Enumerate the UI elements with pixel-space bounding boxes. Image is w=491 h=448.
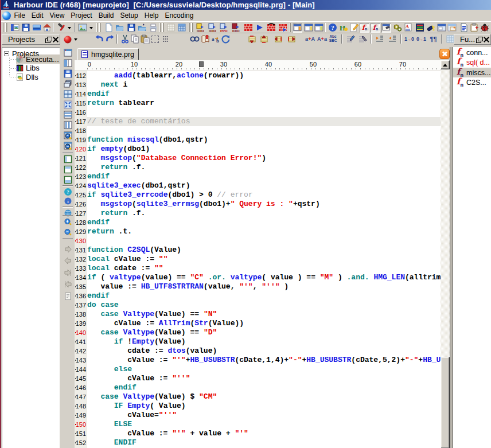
code-line-140[interactable]: 140 case Valtype(Value) == "D" <box>75 328 441 337</box>
code-line-141[interactable]: 141 if !Empty(Value) <box>75 337 441 346</box>
layers-icon[interactable] <box>63 79 72 88</box>
paste-icon[interactable] <box>140 34 150 44</box>
db-io-red-icon[interactable]: IOIO <box>231 23 241 33</box>
code-line-144[interactable]: 144 else <box>75 365 441 374</box>
debug-bug-icon[interactable] <box>480 23 489 33</box>
comment-icon[interactable] <box>345 34 355 44</box>
toolbar-grip[interactable] <box>189 23 193 32</box>
tab-hmgsqlite[interactable]: hmgsqlite.prg <box>77 48 139 60</box>
projects-tree-root[interactable]: Projects <box>4 49 39 58</box>
picture-icon[interactable] <box>77 23 87 33</box>
ruler-column-marker[interactable] <box>199 61 204 67</box>
doc-blue-icon[interactable] <box>459 23 469 33</box>
code-line-142[interactable]: 142 cdate := dtos(value) <box>75 346 441 356</box>
save-blue-icon[interactable] <box>63 69 72 78</box>
function-item-sqld[interactable]: fnsql( d... <box>453 58 491 68</box>
fn-proc-icon[interactable]: fn <box>371 23 380 33</box>
grid-table-icon[interactable] <box>63 89 72 99</box>
fn-list-icon[interactable]: fn <box>360 23 369 33</box>
cut-icon[interactable] <box>120 34 130 44</box>
code-line-148[interactable]: 148 IF Empty( Value) <box>75 402 441 411</box>
collapse-icon[interactable] <box>4 51 9 56</box>
dropdown-arrow-icon[interactable] <box>73 34 79 44</box>
editor-close-button[interactable] <box>439 49 450 59</box>
expand-blue-icon[interactable] <box>63 100 72 109</box>
function-item-c2s[interactable]: fnC2S... <box>453 78 491 88</box>
book-marks-icon[interactable] <box>200 34 210 44</box>
print-icon[interactable] <box>148 23 158 33</box>
code-line-149[interactable]: 149 cValue="''" <box>75 411 441 420</box>
code-line-115[interactable]: 115return tablearr <box>75 99 441 108</box>
code-line-132[interactable]: 132local cValue := "" <box>75 255 441 264</box>
code-line-112[interactable]: 112 aadd(tablearr,aclone(rowarr)) <box>75 71 441 80</box>
code-line-137[interactable]: 137do case <box>75 301 441 310</box>
find-replace-icon[interactable]: ab <box>211 34 220 44</box>
code-line-147[interactable]: 147 case Valtype(Value) $ "CM" <box>75 392 441 402</box>
square-empty-icon[interactable] <box>63 154 72 163</box>
harbour-help-icon[interactable]: H <box>338 23 348 33</box>
build-brick-icon[interactable] <box>243 23 253 33</box>
doc-small-icon[interactable] <box>63 291 72 301</box>
menu-build[interactable]: Build <box>95 10 117 21</box>
code-line-128[interactable]: 128endif <box>75 218 441 227</box>
para-marks-icon[interactable]: ¶¶ <box>428 34 438 44</box>
code-line-113[interactable]: 113 next i <box>75 80 441 89</box>
code-line-151[interactable]: 151 cValue := "'" + value + "'" <box>75 429 441 438</box>
form-window-icon[interactable] <box>63 48 72 57</box>
open-all-icon[interactable] <box>137 23 147 33</box>
tree-item-libs[interactable]: Libs <box>16 64 42 73</box>
square-half-icon[interactable] <box>63 165 72 174</box>
toolbar-grip[interactable] <box>159 23 163 32</box>
code-line-119[interactable]: 119function miscsql(dbo1,qstr) <box>75 135 441 145</box>
zoom-in-icon[interactable] <box>63 217 72 227</box>
case-lower-icon[interactable]: A+a <box>317 34 327 44</box>
code-line-126[interactable]: 126 msgstop(sqlite3_errmsg(dbo1)+" Query… <box>75 200 441 209</box>
code-line-121[interactable]: 121 msgstop("Database Connection Error!"… <box>75 154 441 163</box>
undo-icon[interactable] <box>95 34 104 44</box>
build-run-icon[interactable] <box>278 23 287 33</box>
refresh-icon[interactable] <box>221 34 231 44</box>
window-tool-icon[interactable] <box>381 23 391 33</box>
project-save-icon[interactable] <box>21 23 30 33</box>
title-bar[interactable]: Harbour IDE (r468) [meuprojeto] [C:/User… <box>1 0 491 10</box>
find-form-icon[interactable] <box>63 131 72 140</box>
flashlight-icon[interactable] <box>426 23 435 33</box>
menu-project[interactable]: Project <box>68 10 95 21</box>
help-circle-icon[interactable]: ? <box>63 187 72 196</box>
split-vertical-icon[interactable] <box>63 59 72 68</box>
menu-encoding[interactable]: Encoding <box>162 10 197 21</box>
code-line-133[interactable]: 133local cdate := "" <box>75 264 441 273</box>
help-icon[interactable]: ? <box>328 23 337 33</box>
dropdown-arrow-icon[interactable] <box>67 23 72 33</box>
clipboard-icon[interactable] <box>469 23 479 33</box>
code-line-117[interactable]: 117// teste de comentários <box>75 117 441 126</box>
editor-vertical-scrollbar[interactable] <box>441 60 450 448</box>
menu-help[interactable]: Help <box>141 10 162 21</box>
menu-edit[interactable]: Edit <box>28 10 46 21</box>
code-line-114[interactable]: 114endif <box>75 89 441 99</box>
copy-icon[interactable] <box>130 34 139 44</box>
new-file-icon[interactable] <box>104 23 114 33</box>
projects-float-icon[interactable] <box>44 36 51 44</box>
code-line-143[interactable]: 143 cValue := "'"+HB_USUBSTR(cDate,1,4)+… <box>75 356 441 365</box>
project-screen-icon[interactable] <box>32 23 41 33</box>
list-colored-icon[interactable] <box>415 23 424 33</box>
nav-first-icon[interactable] <box>63 279 72 289</box>
code-line-116[interactable]: 116 <box>75 108 441 117</box>
table-blue-icon[interactable] <box>177 23 186 33</box>
functions-float-icon[interactable] <box>475 36 482 44</box>
select-block-icon[interactable] <box>150 34 160 44</box>
code-line-146[interactable]: 146 endif <box>75 383 441 392</box>
code-line-120[interactable]: 120if empty(dbo1) <box>75 145 441 154</box>
case-invert-icon[interactable]: AbcSBC <box>328 34 338 44</box>
square-bottom-icon[interactable] <box>63 175 72 184</box>
doc-format-icon[interactable]: A <box>404 23 414 33</box>
convert-1-0-icon[interactable]: 1→0 <box>404 34 414 44</box>
db-io-yellow-icon[interactable]: IOIO <box>196 23 205 33</box>
code-line-129[interactable]: 129return .t. <box>75 227 441 236</box>
toolbar-grip[interactable] <box>3 23 7 32</box>
menu-file[interactable]: File <box>11 10 28 21</box>
nav-prev-icon[interactable] <box>63 256 72 265</box>
code-line-150[interactable]: 150 ELSE <box>75 420 441 429</box>
code-line-127[interactable]: 127 return .f. <box>75 209 441 218</box>
